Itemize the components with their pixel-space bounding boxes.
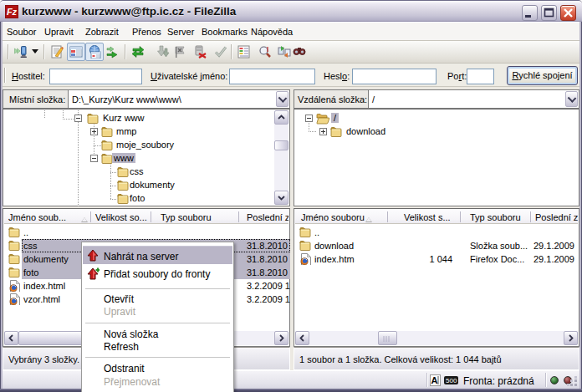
svg-text:A: A	[431, 375, 438, 385]
svg-text:500: 500	[446, 377, 457, 384]
